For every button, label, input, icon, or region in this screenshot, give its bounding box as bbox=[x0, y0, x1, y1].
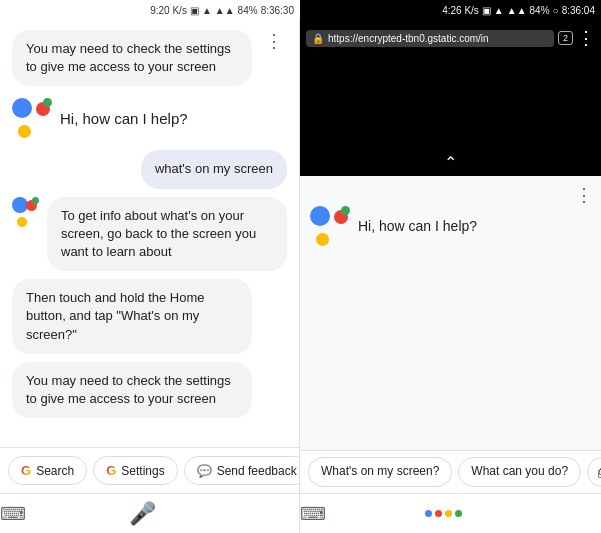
bubble-assistant-3: Then touch and hold the Home button, and… bbox=[12, 279, 252, 354]
assistant-response-row: To get info about what's on your screen,… bbox=[12, 197, 287, 272]
left-status-bar: 9:20 K/s ▣ ▲ ▲▲ 84% 8:36:30 bbox=[0, 0, 300, 20]
browser-content: ⌃ bbox=[300, 56, 601, 176]
right-charging-icon: ○ bbox=[553, 5, 559, 16]
bottom-nav-left: ⌨ 🎤 bbox=[0, 493, 299, 533]
left-battery: 84% bbox=[238, 5, 258, 16]
tab-count[interactable]: 2 bbox=[558, 31, 573, 45]
suggestions-row: What's on my screen? What can you do? ⎙ bbox=[300, 450, 601, 493]
settings-button[interactable]: G Settings bbox=[93, 456, 177, 485]
gdot-green bbox=[455, 510, 462, 517]
left-network: ▣ bbox=[190, 5, 199, 16]
suggestion-chip-2[interactable]: What can you do? bbox=[458, 457, 581, 487]
lock-icon: 🔒 bbox=[312, 33, 324, 44]
keyboard-icon-right[interactable]: ⌨ bbox=[300, 503, 326, 525]
left-panel: You may need to check the settings to gi… bbox=[0, 20, 300, 533]
logo-blue-circle bbox=[12, 98, 32, 118]
right-more-button[interactable]: ⋮ bbox=[575, 184, 593, 206]
logo-r-green bbox=[341, 206, 350, 215]
search-button[interactable]: G Search bbox=[8, 456, 87, 485]
assistant-right-section: Hi, how can I help? bbox=[310, 206, 591, 246]
bubble-assistant-4: You may need to check the settings to gi… bbox=[12, 362, 252, 418]
bubble-assistant-1: You may need to check the settings to gi… bbox=[12, 30, 252, 86]
right-speed: 4:26 K/s bbox=[442, 5, 479, 16]
left-wifi: ▲ bbox=[202, 5, 212, 16]
right-panel: 🔒 https://encrypted-tbn0.gstatic.com/in … bbox=[300, 20, 601, 533]
right-greeting-text: Hi, how can I help? bbox=[358, 218, 477, 234]
right-signal: ▲▲ bbox=[507, 5, 527, 16]
browser-more-button[interactable]: ⋮ bbox=[577, 27, 595, 49]
share-chip[interactable]: ⎙ bbox=[587, 457, 601, 487]
keyboard-icon-left[interactable]: ⌨ bbox=[0, 503, 26, 525]
user-bubble: what's on my screen bbox=[141, 150, 287, 188]
logo-r-blue bbox=[310, 206, 330, 226]
main-area: You may need to check the settings to gi… bbox=[0, 20, 601, 533]
assistant-logo-large bbox=[12, 98, 52, 138]
logo-s-yellow bbox=[17, 217, 27, 227]
g-logo-settings: G bbox=[106, 463, 116, 478]
right-network: ▣ bbox=[482, 5, 491, 16]
right-wifi: ▲ bbox=[494, 5, 504, 16]
bubble-assistant-2: To get info about what's on your screen,… bbox=[47, 197, 287, 272]
first-bubble-row: You may need to check the settings to gi… bbox=[12, 30, 287, 86]
logo-r-yellow bbox=[316, 233, 329, 246]
gdot-red bbox=[435, 510, 442, 517]
right-status-bar: 4:26 K/s ▣ ▲ ▲▲ 84% ○ 8:36:04 bbox=[300, 0, 601, 20]
bottom-buttons: G Search G Settings 💬 Send feedback bbox=[0, 447, 299, 493]
greeting-row: Hi, how can I help? bbox=[12, 98, 287, 138]
feedback-icon: 💬 bbox=[197, 464, 212, 478]
g-logo-search: G bbox=[21, 463, 31, 478]
gdot-blue bbox=[425, 510, 432, 517]
right-battery: 84% bbox=[530, 5, 550, 16]
more-options-button[interactable]: ⋮ bbox=[261, 30, 287, 52]
bottom-nav-right: ⌨ bbox=[300, 493, 601, 533]
logo-yellow-circle bbox=[18, 125, 31, 138]
microphone-icon[interactable]: 🎤 bbox=[129, 501, 156, 527]
suggestion-chip-1[interactable]: What's on my screen? bbox=[308, 457, 452, 487]
assistant-logo-right bbox=[310, 206, 350, 246]
feedback-button[interactable]: 💬 Send feedback bbox=[184, 456, 300, 485]
logo-green-circle bbox=[43, 98, 52, 107]
browser-bar: 🔒 https://encrypted-tbn0.gstatic.com/in … bbox=[300, 20, 601, 56]
google-dots bbox=[425, 510, 462, 517]
gdot-yellow bbox=[445, 510, 452, 517]
url-bar[interactable]: 🔒 https://encrypted-tbn0.gstatic.com/in bbox=[306, 30, 554, 47]
left-speed: 9:20 K/s bbox=[150, 5, 187, 16]
logo-s-green bbox=[32, 197, 39, 204]
right-middle: ⋮ Hi, how can I help? bbox=[300, 176, 601, 450]
right-time: 8:36:04 bbox=[562, 5, 595, 16]
left-signal: ▲▲ bbox=[215, 5, 235, 16]
url-text: https://encrypted-tbn0.gstatic.com/in bbox=[328, 33, 489, 44]
chat-area: You may need to check the settings to gi… bbox=[0, 20, 299, 447]
greeting-text: Hi, how can I help? bbox=[60, 110, 188, 127]
chevron-up-icon[interactable]: ⌃ bbox=[444, 153, 457, 172]
assistant-logo-small bbox=[12, 197, 39, 227]
left-time: 8:36:30 bbox=[261, 5, 294, 16]
